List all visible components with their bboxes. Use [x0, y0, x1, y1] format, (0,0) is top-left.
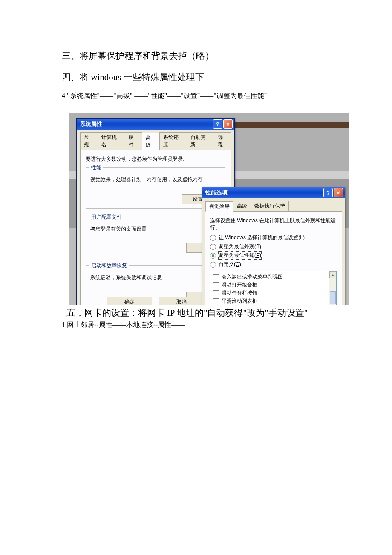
legend-user-profile: 用户配置文件	[89, 214, 124, 221]
line-4: 4."系统属性"——"高级" ——"性能"——"设置"——"调整为最佳性能"	[62, 92, 330, 101]
window-title: 性能选项	[205, 189, 323, 197]
list-item[interactable]: 淡入淡出或滑动菜单到视图	[210, 273, 336, 281]
tab-remote[interactable]: 远程	[214, 132, 232, 150]
radio-best-performance[interactable]: 调整为最佳性能(P)	[210, 252, 337, 259]
tab-general[interactable]: 常规	[80, 132, 98, 150]
radio-icon	[210, 253, 216, 259]
radio-icon	[210, 244, 216, 250]
effects-checklist[interactable]: 淡入淡出或滑动菜单到视图 滑动打开组合框 滑动任务栏按钮 平滑滚动列表框 平滑屏…	[210, 271, 337, 305]
tab-advanced[interactable]: 高级	[233, 201, 251, 211]
tab-auto-update[interactable]: 自动更新	[187, 132, 214, 150]
tab-computer-name[interactable]: 计算机名	[98, 132, 125, 150]
heading-4: 四、将 windous 一些特殊属性处理下	[62, 71, 330, 84]
checkbox-icon[interactable]	[213, 298, 219, 304]
legend-performance: 性能	[89, 164, 103, 171]
legend-startup: 启动和故障恢复	[89, 262, 129, 269]
close-icon[interactable]: ×	[334, 188, 343, 197]
radio-icon	[210, 262, 216, 268]
screenshot-region: 系统属性 ? × 常规 计算机名 硬件 高级 系统还原 自动更新 远程 要进行大…	[69, 113, 349, 305]
scroll-thumb[interactable]	[330, 291, 336, 304]
heading-3: 三、将屏幕保护程序和背景去掉（略）	[62, 49, 330, 63]
visual-note: 选择设置使 Windows 在此计算机上以最佳外观和性能运行。	[210, 217, 337, 231]
checkbox-icon[interactable]	[213, 282, 219, 288]
help-icon[interactable]: ?	[323, 188, 333, 197]
admin-note: 要进行大多数改动，您必须作为管理员登录。	[86, 156, 225, 163]
checkbox-icon[interactable]	[213, 290, 219, 296]
ok-button[interactable]: 确定	[107, 297, 152, 305]
scrollbar[interactable]: ▲ ▼	[329, 271, 336, 305]
titlebar[interactable]: 性能选项 ? ×	[202, 187, 345, 198]
radio-let-windows[interactable]: 让 Windows 选择计算机的最佳设置(L)	[210, 234, 337, 241]
checkbox-icon[interactable]	[213, 274, 219, 280]
scroll-track[interactable]	[329, 278, 336, 305]
list-item[interactable]: 滑动打开组合框	[210, 281, 336, 289]
tabstrip: 视觉效果 高级 数据执行保护	[202, 198, 345, 211]
tab-hardware[interactable]: 硬件	[125, 132, 143, 150]
cancel-button[interactable]: 取消	[159, 297, 204, 305]
heading-5: 五，网卡的设置：将网卡 IP 地址的"自动获得"改为"手动设置"	[62, 307, 330, 319]
scroll-up-icon[interactable]: ▲	[329, 271, 336, 279]
tab-visual-effects[interactable]: 视觉效果	[205, 201, 233, 212]
radio-custom[interactable]: 自定义(C):	[210, 261, 337, 268]
tab-advanced[interactable]: 高级	[142, 133, 160, 150]
tab-panel-visual-effects: 选择设置使 Windows 在此计算机上以最佳外观和性能运行。 让 Window…	[205, 211, 342, 305]
radio-best-appearance[interactable]: 调整为最佳外观(B)	[210, 243, 337, 250]
window-title: 系统属性	[80, 120, 212, 128]
radio-icon	[210, 235, 216, 241]
performance-options-window: 性能选项 ? × 视觉效果 高级 数据执行保护 选择设置使 Windows 在此…	[202, 187, 345, 305]
close-icon[interactable]: ×	[223, 119, 233, 129]
titlebar[interactable]: 系统属性 ? ×	[77, 119, 234, 130]
tab-system-restore[interactable]: 系统还原	[159, 132, 187, 150]
desktop-plank	[227, 122, 349, 128]
help-icon[interactable]: ?	[213, 119, 222, 129]
tab-dep[interactable]: 数据执行保护	[251, 201, 289, 211]
list-item[interactable]: 平滑滚动列表框	[210, 297, 336, 305]
tabstrip: 常规 计算机名 硬件 高级 系统还原 自动更新 远程	[77, 130, 234, 150]
perf-text: 视觉效果，处理器计划，内存使用，以及虚拟内存	[90, 176, 221, 183]
line-5: 1.网上邻居--属性——本地连接--属性——	[62, 321, 330, 330]
list-item[interactable]: 滑动任务栏按钮	[210, 289, 336, 297]
